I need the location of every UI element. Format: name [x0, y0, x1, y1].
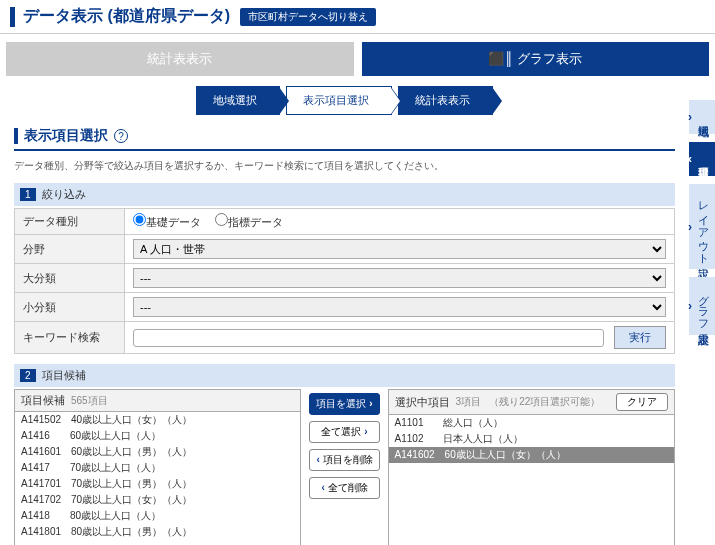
- selected-list-header: 選択中項目 3項目 （残り22項目選択可能） クリア: [389, 390, 674, 415]
- selected-list[interactable]: A1101 総人口（人）A1102 日本人人口（人）A141602 60歳以上人…: [389, 415, 674, 545]
- view-tabs: 統計表表示 ⬛║ グラフ表示: [0, 34, 715, 76]
- list-item[interactable]: A141602 60歳以上人口（女）（人）: [389, 447, 674, 463]
- tab-graph-label: グラフ表示: [517, 51, 582, 66]
- switch-data-link[interactable]: 市区町村データへ切り替え: [240, 8, 376, 26]
- select-item-label: 項目を選択: [316, 398, 366, 409]
- selected-count: 3項目: [456, 395, 482, 409]
- step-table[interactable]: 統計表表示: [398, 86, 493, 115]
- select-item-button[interactable]: 項目を選択 ›: [309, 393, 379, 415]
- radio-basic-label: 基礎データ: [146, 216, 201, 228]
- selected-remaining: （残り22項目選択可能）: [489, 395, 600, 409]
- filter-table: データ種別 基礎データ 指標データ 分野 A 人口・世帯 大分類 --- 小分類…: [14, 208, 675, 354]
- section-title: 表示項目選択: [24, 127, 108, 145]
- remove-item-button[interactable]: ‹ 項目を削除: [309, 449, 379, 471]
- transfer-buttons: 項目を選択 › 全て選択 › ‹ 項目を削除 ‹ 全て削除: [309, 389, 379, 545]
- step-items[interactable]: 表示項目選択: [286, 86, 392, 115]
- chevron-right-icon: ›: [369, 398, 372, 409]
- candidates-list-title: 項目候補: [21, 393, 65, 408]
- list-item[interactable]: A1101 総人口（人）: [389, 415, 674, 431]
- right-sidebar: 地域選択› 表示項目選択‹ レイアウト設定› グラフ表示設定›: [689, 76, 715, 545]
- header-accent-bar: [10, 7, 15, 27]
- page-title: データ表示 (都道府県データ): [23, 6, 230, 27]
- tab-table-view[interactable]: 統計表表示: [6, 42, 354, 76]
- candidates-list-header: 項目候補 565項目: [15, 390, 300, 412]
- section-header: 表示項目選択 ?: [14, 127, 675, 151]
- sidebar-layout-label: レイアウト設定: [696, 194, 711, 259]
- section-description: データ種別、分野等で絞込み項目を選択するか、キーワード検索にて項目を選択してくだ…: [14, 159, 675, 173]
- chevron-left-icon: ‹: [316, 454, 319, 465]
- list-item[interactable]: A1418 80歳以上人口（人）: [15, 508, 300, 524]
- help-icon[interactable]: ?: [114, 129, 128, 143]
- candidates-header-label: 項目候補: [42, 368, 86, 383]
- label-minor: 小分類: [15, 293, 125, 322]
- candidates-area: 項目候補 565項目 A141502 40歳以上人口（女）（人）A1416 60…: [14, 389, 675, 545]
- chevron-right-icon: ›: [688, 220, 692, 234]
- tab-graph-view[interactable]: ⬛║ グラフ表示: [362, 42, 710, 76]
- radio-basic[interactable]: 基礎データ: [133, 213, 201, 230]
- remove-all-label: 全て削除: [328, 482, 368, 493]
- radio-indicator-input[interactable]: [215, 213, 228, 226]
- chevron-right-icon: ›: [688, 299, 692, 313]
- candidates-step-number: 2: [20, 369, 36, 382]
- candidates-header: 2 項目候補: [14, 364, 675, 387]
- selected-list-title: 選択中項目: [395, 395, 450, 410]
- remove-item-label: 項目を削除: [323, 454, 373, 465]
- label-major: 大分類: [15, 264, 125, 293]
- chevron-right-icon: ›: [688, 110, 692, 124]
- sidebar-graph-label: グラフ表示設定: [696, 287, 711, 325]
- chevron-left-icon: ‹: [321, 482, 324, 493]
- radio-indicator-label: 指標データ: [228, 216, 283, 228]
- bar-chart-icon: ⬛║: [488, 51, 513, 66]
- sidebar-items[interactable]: 表示項目選択‹: [689, 142, 715, 176]
- candidates-list-panel: 項目候補 565項目 A141502 40歳以上人口（女）（人）A1416 60…: [14, 389, 301, 545]
- list-item[interactable]: A141802 80歳以上人口（女）（人）: [15, 540, 300, 542]
- candidates-list[interactable]: A141502 40歳以上人口（女）（人）A1416 60歳以上人口（人）A14…: [15, 412, 300, 542]
- label-keyword: キーワード検索: [15, 322, 125, 354]
- list-item[interactable]: A1417 70歳以上人口（人）: [15, 460, 300, 476]
- sidebar-region[interactable]: 地域選択›: [689, 100, 715, 134]
- remove-all-button[interactable]: ‹ 全て削除: [309, 477, 379, 499]
- datakind-radio-group: 基礎データ 指標データ: [133, 213, 666, 230]
- select-minor[interactable]: ---: [133, 297, 666, 317]
- select-major[interactable]: ---: [133, 268, 666, 288]
- candidates-count: 565項目: [71, 394, 108, 408]
- filter-step-number: 1: [20, 188, 36, 201]
- select-field[interactable]: A 人口・世帯: [133, 239, 666, 259]
- keyword-input[interactable]: [133, 329, 604, 347]
- sidebar-graph[interactable]: グラフ表示設定›: [689, 277, 715, 335]
- wizard-steps: 地域選択 表示項目選択 統計表表示: [14, 86, 675, 115]
- filter-header-label: 絞り込み: [42, 187, 86, 202]
- radio-indicator[interactable]: 指標データ: [215, 213, 283, 230]
- clear-button[interactable]: クリア: [616, 393, 668, 411]
- main-panel: 地域選択 表示項目選択 統計表表示 表示項目選択 ? データ種別、分野等で絞込み…: [0, 76, 689, 545]
- list-item[interactable]: A1102 日本人人口（人）: [389, 431, 674, 447]
- selected-list-panel: 選択中項目 3項目 （残り22項目選択可能） クリア A1101 総人口（人）A…: [388, 389, 675, 545]
- label-field: 分野: [15, 235, 125, 264]
- sidebar-layout[interactable]: レイアウト設定›: [689, 184, 715, 269]
- list-item[interactable]: A1416 60歳以上人口（人）: [15, 428, 300, 444]
- list-item[interactable]: A141702 70歳以上人口（女）（人）: [15, 492, 300, 508]
- radio-basic-input[interactable]: [133, 213, 146, 226]
- list-item[interactable]: A141801 80歳以上人口（男）（人）: [15, 524, 300, 540]
- label-datakind: データ種別: [15, 209, 125, 235]
- list-item[interactable]: A141701 70歳以上人口（男）（人）: [15, 476, 300, 492]
- chevron-left-icon: ‹: [688, 152, 692, 166]
- list-item[interactable]: A141601 60歳以上人口（男）（人）: [15, 444, 300, 460]
- select-all-button[interactable]: 全て選択 ›: [309, 421, 379, 443]
- step-region[interactable]: 地域選択: [196, 86, 280, 115]
- filter-header: 1 絞り込み: [14, 183, 675, 206]
- list-item[interactable]: A141502 40歳以上人口（女）（人）: [15, 412, 300, 428]
- section-accent-bar: [14, 128, 18, 144]
- chevron-right-icon: ›: [364, 426, 367, 437]
- select-all-label: 全て選択: [321, 426, 361, 437]
- page-header: データ表示 (都道府県データ) 市区町村データへ切り替え: [0, 0, 715, 34]
- exec-button[interactable]: 実行: [614, 326, 666, 349]
